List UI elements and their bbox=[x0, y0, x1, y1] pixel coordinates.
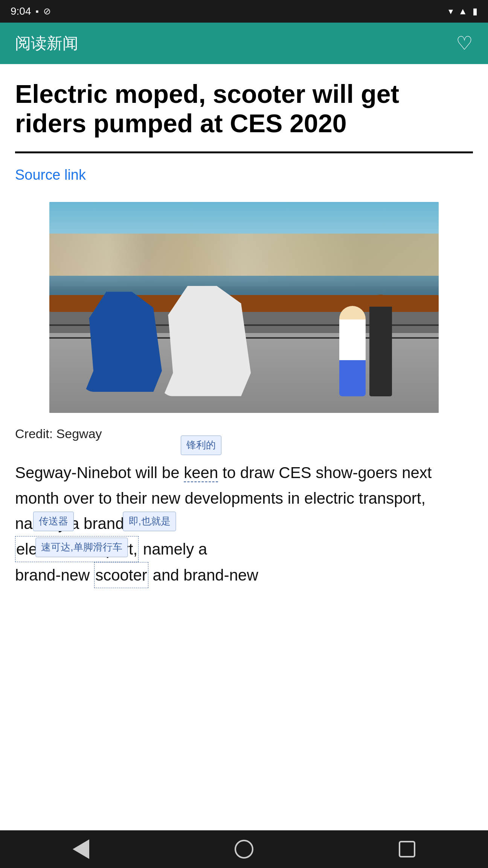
tooltip-transport-container: 传送器 即,也就是 electric transport, namely a bbox=[15, 536, 207, 562]
people-group bbox=[339, 295, 392, 396]
battery-icon: ▮ bbox=[473, 6, 477, 17]
app-bar: 阅读新闻 ♡ bbox=[0, 23, 488, 64]
person-1 bbox=[339, 306, 366, 396]
home-button[interactable] bbox=[235, 840, 253, 859]
person-2 bbox=[369, 295, 392, 396]
favorite-button[interactable]: ♡ bbox=[456, 34, 473, 53]
body-text-1: Segway-Ninebot will be bbox=[15, 464, 184, 481]
image-credit: Credit: Segway bbox=[15, 426, 473, 441]
article-image-container bbox=[49, 202, 439, 413]
article-title: Electric moped, scooter will get riders … bbox=[15, 79, 473, 138]
app-bar-title: 阅读新闻 bbox=[15, 33, 78, 54]
article-body: Segway-Ninebot will be 锋利的 keen to draw … bbox=[15, 460, 473, 588]
back-button[interactable] bbox=[73, 839, 89, 859]
do-not-disturb-icon: ⊘ bbox=[43, 6, 51, 17]
back-icon bbox=[73, 839, 89, 859]
sim-card-icon: ▪ bbox=[36, 6, 39, 17]
tooltip-scooter-container: 速可达,单脚滑行车 brand-new scooter bbox=[15, 562, 148, 588]
article-divider bbox=[15, 151, 473, 153]
recent-button[interactable] bbox=[399, 841, 415, 857]
article-content: Electric moped, scooter will get riders … bbox=[0, 64, 488, 588]
recent-icon bbox=[399, 841, 415, 857]
signal-icon: ▲ bbox=[458, 6, 467, 17]
body-text-namely: namely a bbox=[143, 540, 207, 558]
body-text-transport[interactable]: electric transport, bbox=[15, 536, 139, 562]
nav-bar bbox=[0, 830, 488, 868]
home-icon bbox=[235, 840, 253, 859]
body-text-keen[interactable]: keen bbox=[184, 464, 218, 482]
body-text-scooter[interactable]: scooter bbox=[94, 562, 148, 588]
source-link[interactable]: Source link bbox=[15, 167, 86, 183]
article-image bbox=[49, 202, 439, 413]
status-bar-right: ▾ ▲ ▮ bbox=[448, 6, 477, 17]
status-bar-left: 9:04 ▪ ⊘ bbox=[11, 5, 51, 17]
tooltip-keen-container: 锋利的 keen bbox=[184, 460, 218, 485]
time-display: 9:04 bbox=[11, 5, 31, 17]
body-text-5: and brand-new bbox=[153, 566, 258, 584]
status-bar: 9:04 ▪ ⊘ ▾ ▲ ▮ bbox=[0, 0, 488, 23]
body-text-line2: 传送器 即,也就是 electric transport, namely a bbox=[15, 540, 207, 558]
wifi-icon: ▾ bbox=[448, 6, 453, 17]
